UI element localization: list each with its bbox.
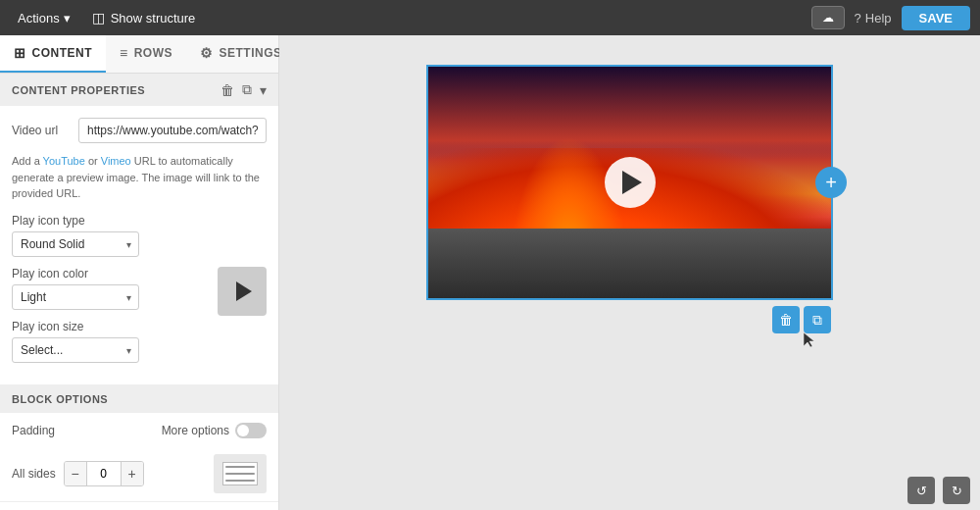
settings-tab-icon: ⚙ xyxy=(200,45,214,61)
play-icon-color-wrapper: Light Dark ▾ xyxy=(12,284,139,310)
block-options-header: BLOCK OPTIONS xyxy=(0,385,278,413)
all-sides-label: All sides xyxy=(12,467,56,481)
show-structure-button[interactable]: ◫ Show structure xyxy=(84,6,204,29)
panel-scroll: CONTENT PROPERTIES 🗑 ⧉ ▾ Video url Add a… xyxy=(0,74,278,510)
more-options-row: More options xyxy=(162,423,267,438)
more-options-toggle[interactable] xyxy=(235,423,267,438)
play-icon-type-label: Play icon type xyxy=(12,214,267,228)
video-url-row: Video url xyxy=(12,118,267,143)
sky-gradient xyxy=(428,67,831,159)
vimeo-link[interactable]: Vimeo xyxy=(101,155,131,167)
structure-icon: ◫ xyxy=(92,10,105,26)
tab-content-label: CONTENT xyxy=(32,46,93,60)
left-panel: ⊞ CONTENT ≡ ROWS ⚙ SETTINGS CONTENT PROP… xyxy=(0,35,279,510)
padding-preview xyxy=(214,454,267,493)
help-label: Help xyxy=(865,11,892,26)
play-icon-size-label: Play icon size xyxy=(12,320,196,333)
padding-label: Padding xyxy=(12,424,55,437)
actions-label: Actions xyxy=(18,11,60,26)
padding-preview-inner xyxy=(222,462,258,485)
padding-number-control: − + xyxy=(64,461,144,486)
play-icon-type-wrapper: Round Solid Round Outline Square Solid ▾ xyxy=(12,231,139,257)
hide-on-row: Hide on DESKTOP MOBILE xyxy=(0,501,278,511)
preview-line xyxy=(225,466,255,468)
help-button[interactable]: ? Help xyxy=(855,11,892,26)
content-tab-icon: ⊞ xyxy=(14,45,26,61)
canvas-area: + 🗑 ⧉ ↺ ↻ xyxy=(279,35,980,510)
block-delete-button[interactable]: 🗑 xyxy=(772,306,800,333)
show-structure-label: Show structure xyxy=(111,11,196,26)
tab-settings-label: SETTINGS xyxy=(220,46,282,60)
play-icon-color-label: Play icon color xyxy=(12,267,196,280)
top-bar: Actions ▾ ◫ Show structure ☁ ? Help SAVE xyxy=(0,0,980,35)
play-icon-color-row: Play icon color Light Dark ▾ Play icon s… xyxy=(12,267,267,373)
content-properties-form: Video url Add a YouTube or Vimeo URL to … xyxy=(0,106,278,384)
play-triangle-icon xyxy=(622,171,642,194)
section-header-actions: 🗑 ⧉ ▾ xyxy=(220,81,267,98)
play-icon-color-select[interactable]: Light Dark xyxy=(12,284,139,310)
question-icon: ? xyxy=(855,11,861,26)
save-button[interactable]: SAVE xyxy=(902,6,970,30)
more-options-label: More options xyxy=(162,424,229,437)
color-left: Play icon color Light Dark ▾ Play icon s… xyxy=(12,267,196,373)
tab-content[interactable]: ⊞ CONTENT xyxy=(0,35,106,73)
main-layout: ⊞ CONTENT ≡ ROWS ⚙ SETTINGS CONTENT PROP… xyxy=(0,35,980,510)
play-icon-color-group: Play icon color Light Dark ▾ xyxy=(12,267,196,310)
chevron-down-icon: ▾ xyxy=(64,11,71,26)
delete-section-button[interactable]: 🗑 xyxy=(220,81,234,98)
play-button-overlay[interactable] xyxy=(605,157,656,208)
padding-row: Padding More options xyxy=(0,413,278,448)
video-url-hint: Add a YouTube or Vimeo URL to automatica… xyxy=(12,153,267,202)
play-triangle-icon xyxy=(236,281,252,301)
play-icon-type-group: Play icon type Round Solid Round Outline… xyxy=(12,214,267,257)
block-actions: 🗑 ⧉ xyxy=(772,306,831,333)
copy-section-button[interactable]: ⧉ xyxy=(242,81,252,98)
bottom-bar: ↺ ↻ xyxy=(898,471,980,510)
content-properties-header: CONTENT PROPERTIES 🗑 ⧉ ▾ xyxy=(0,74,278,106)
cloud-button[interactable]: ☁ xyxy=(811,6,845,29)
block-options-section: BLOCK OPTIONS Padding More options All s… xyxy=(0,384,278,511)
top-bar-left: Actions ▾ ◫ Show structure xyxy=(10,6,203,29)
add-block-button[interactable]: + xyxy=(815,167,847,198)
content-properties-label: CONTENT PROPERTIES xyxy=(12,84,145,96)
collapse-section-button[interactable]: ▾ xyxy=(260,81,267,98)
rows-tab-icon: ≡ xyxy=(120,45,128,61)
rocks-area xyxy=(428,229,831,298)
preview-line xyxy=(225,480,255,482)
youtube-link[interactable]: YouTube xyxy=(43,155,85,167)
undo-button[interactable]: ↺ xyxy=(907,477,935,504)
redo-button[interactable]: ↻ xyxy=(943,477,970,504)
play-icon-size-select[interactable]: Select... Small Medium Large xyxy=(12,337,139,363)
top-bar-right: ☁ ? Help SAVE xyxy=(811,6,970,30)
padding-increase-button[interactable]: + xyxy=(122,462,143,485)
play-icon-preview xyxy=(218,267,267,316)
padding-decrease-button[interactable]: − xyxy=(65,462,86,485)
tab-rows-label: ROWS xyxy=(134,46,172,60)
play-icon-type-select[interactable]: Round Solid Round Outline Square Solid xyxy=(12,231,139,257)
video-url-label: Video url xyxy=(12,124,71,137)
block-options-label: BLOCK OPTIONS xyxy=(12,393,108,405)
video-block[interactable]: + 🗑 ⧉ xyxy=(426,65,833,300)
actions-button[interactable]: Actions ▾ xyxy=(10,7,78,29)
padding-value-input[interactable] xyxy=(86,462,122,485)
play-icon-size-group: Play icon size Select... Small Medium La… xyxy=(12,320,196,363)
video-url-input[interactable] xyxy=(78,118,267,143)
play-icon-size-wrapper: Select... Small Medium Large ▾ xyxy=(12,337,139,363)
cloud-icon: ☁ xyxy=(822,11,834,25)
tab-rows[interactable]: ≡ ROWS xyxy=(106,35,186,73)
cursor xyxy=(804,332,813,346)
all-sides-row: All sides − + xyxy=(0,448,278,501)
preview-line xyxy=(225,473,255,475)
block-copy-button[interactable]: ⧉ xyxy=(804,306,831,333)
tab-bar: ⊞ CONTENT ≡ ROWS ⚙ SETTINGS xyxy=(0,35,278,74)
